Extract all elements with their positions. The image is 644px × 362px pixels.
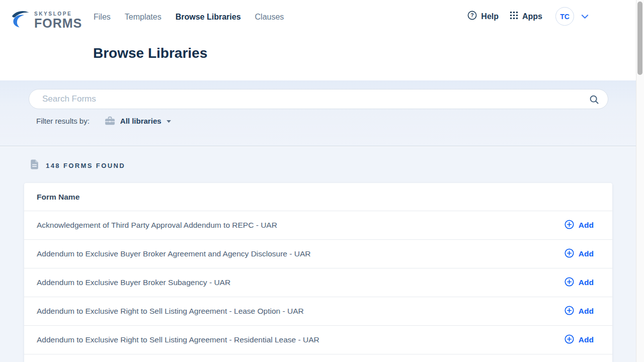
table-row: Acknowledgement of Third Party Approval …: [24, 211, 612, 240]
plus-circle-icon: [565, 248, 574, 259]
plus-circle-icon: [565, 334, 574, 345]
forms-found: 148 FORMS FOUND: [30, 159, 125, 171]
nav-item-files[interactable]: Files: [94, 13, 111, 22]
add-form-button[interactable]: Add: [565, 248, 594, 259]
table-row: Addendum to Exclusive Buyer Broker Agree…: [24, 240, 612, 268]
help-icon: ?: [467, 11, 477, 22]
caret-down-icon: [166, 116, 172, 125]
form-name: Addendum to Exclusive Buyer Broker Agree…: [37, 249, 310, 258]
filter-results-label: Filter results by:: [36, 117, 90, 125]
add-button-label: Add: [579, 278, 594, 287]
add-form-button[interactable]: Add: [565, 220, 594, 231]
add-form-button[interactable]: Add: [565, 277, 594, 288]
help-label: Help: [481, 12, 499, 21]
plus-circle-icon: [565, 277, 574, 288]
header: SKYSLOPE FORMS Files Templates Browse Li…: [0, 0, 644, 80]
form-name-column-header: Form Name: [37, 193, 79, 202]
plus-circle-icon: [565, 306, 574, 317]
svg-text:?: ?: [471, 13, 474, 18]
chevron-down-icon: [581, 12, 589, 21]
table-row-partial: [24, 354, 612, 362]
plus-circle-icon: [565, 220, 574, 231]
add-form-button[interactable]: Add: [565, 306, 594, 317]
logo-text: SKYSLOPE FORMS: [34, 10, 82, 31]
apps-button[interactable]: Apps: [510, 11, 542, 22]
form-name: Addendum to Exclusive Buyer Broker Subag…: [37, 278, 230, 287]
add-button-label: Add: [579, 249, 594, 258]
apps-grid-icon: [510, 11, 518, 22]
form-name: Acknowledgement of Third Party Approval …: [37, 221, 277, 230]
apps-label: Apps: [522, 12, 542, 21]
library-filter-dropdown[interactable]: All libraries: [120, 116, 172, 125]
search-filter-section: Filter results by: All libraries: [0, 80, 644, 146]
library-filter-value: All libraries: [120, 117, 162, 125]
logo-forms-label: FORMS: [34, 16, 82, 31]
add-button-label: Add: [579, 307, 594, 316]
search-icon[interactable]: [589, 94, 600, 107]
nav-item-clauses[interactable]: Clauses: [255, 13, 284, 22]
table-row: Addendum to Exclusive Right to Sell List…: [24, 297, 612, 326]
add-button-label: Add: [579, 335, 594, 344]
nav-item-browse-libraries[interactable]: Browse Libraries: [176, 13, 241, 22]
skyslope-swoosh-icon: [11, 10, 31, 32]
forms-found-count: 148 FORMS FOUND: [46, 162, 125, 169]
table-header: Form Name: [24, 183, 612, 211]
page-scrollbar[interactable]: [636, 0, 644, 362]
help-button[interactable]: ? Help: [467, 11, 499, 22]
skyslope-forms-app: SKYSLOPE FORMS Files Templates Browse Li…: [0, 0, 644, 362]
search-bar: [29, 89, 608, 109]
add-form-button[interactable]: Add: [565, 334, 594, 345]
add-button-label: Add: [579, 221, 594, 230]
search-input[interactable]: [42, 90, 586, 108]
primary-nav: Files Templates Browse Libraries Clauses: [94, 12, 284, 22]
user-avatar[interactable]: TC: [555, 7, 574, 26]
filter-row: Filter results by: All libraries: [36, 115, 172, 126]
table-row: Addendum to Exclusive Buyer Broker Subag…: [24, 268, 612, 297]
briefcase-icon: [105, 116, 115, 125]
scrollbar-thumb[interactable]: [637, 2, 642, 75]
nav-item-templates[interactable]: Templates: [125, 13, 162, 22]
forms-table-card: Form Name Acknowledgement of Third Party…: [24, 183, 612, 362]
table-row: Addendum to Exclusive Right to Sell List…: [24, 326, 612, 354]
form-name: Addendum to Exclusive Right to Sell List…: [37, 335, 319, 344]
form-name: Addendum to Exclusive Right to Sell List…: [37, 307, 304, 316]
skyslope-forms-logo[interactable]: SKYSLOPE FORMS: [11, 10, 82, 32]
form-table-body: Acknowledgement of Third Party Approval …: [24, 211, 612, 354]
page-title: Browse Libraries: [93, 45, 207, 61]
results-section: 148 FORMS FOUND Form Name Acknowledgemen…: [0, 147, 644, 362]
document-icon: [30, 159, 39, 171]
header-actions: ? Help Apps TC: [467, 7, 589, 26]
account-menu-chevron[interactable]: [581, 12, 589, 21]
